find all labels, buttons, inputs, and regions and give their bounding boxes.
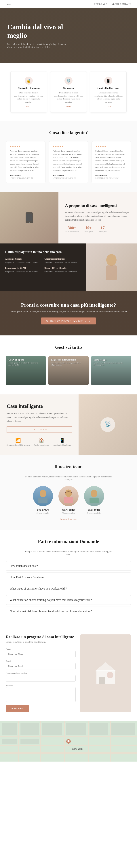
feature-link-3[interactable]: di più xyxy=(94,105,123,107)
testimonial-text-2: Proin sed libero enim sed faucibus turpi… xyxy=(53,150,85,172)
navbar: logo HOME PAGE ABOUT COMPANY xyxy=(0,0,137,8)
submit-button[interactable]: Invia ora xyxy=(6,705,29,712)
casa-left: Casa intelligente Sample text. Click to … xyxy=(0,395,79,455)
faq-list: How much does it cost? › How Fast Are Yo… xyxy=(6,561,131,616)
gestisci-title: Gestisci tutto xyxy=(6,345,131,350)
svg-rect-34 xyxy=(20,739,39,744)
faq-question-1: How much does it cost? xyxy=(10,564,38,567)
feature-card-2: 🛡️ Sicurezza Duis aute irure dolor in re… xyxy=(50,71,87,113)
casa-icon-2: 🏠 Gestite centralmente xyxy=(34,438,49,446)
faq-question-4: What education and/or training do you ha… xyxy=(10,598,92,601)
casa-illustration: 📡 xyxy=(99,415,117,434)
cta-section: Pronti a costruire una casa più intellig… xyxy=(0,291,137,335)
chevron-down-icon-3: › xyxy=(126,587,127,590)
feature-title-2: Sicurezza xyxy=(54,87,83,90)
nav-home[interactable]: HOME PAGE xyxy=(94,3,107,5)
stat-number-1: 300+ xyxy=(65,225,79,230)
nav-about[interactable]: ABOUT COMPANY xyxy=(111,3,131,5)
about-description: Proin sed libero enim, consectetur adipi… xyxy=(65,211,130,222)
feature-title-1: Controllo di accesso xyxy=(14,87,43,90)
name-field[interactable] xyxy=(6,651,76,657)
faq-section: Fatti e informazioni Domande Sample text… xyxy=(0,530,137,625)
casa-icon-label-3: Applicazioni intelligenti xyxy=(53,444,71,446)
stat-2: 10+ Lorem ipsum xyxy=(84,225,93,232)
testimonial-text-1: Proin sed libero enim sed faucibus turpi… xyxy=(10,150,42,172)
casa-section: Casa intelligente Sample text. Click to … xyxy=(0,395,137,455)
casa-button[interactable]: LEGGE DI PIÙ xyxy=(7,427,72,433)
faq-title: Fatti e informazioni Domande xyxy=(6,539,131,544)
team-title: Il nostro team xyxy=(6,464,131,469)
feature-link-2[interactable]: di più xyxy=(54,105,83,107)
hub-feature-2: Chromecast integrato Sample text. Click … xyxy=(44,257,81,264)
faq-item-2[interactable]: How Fast Are Your Services? › xyxy=(6,572,131,582)
gestisci-card-bg-2: Regolatore di temperatura Lorem ipsum do… xyxy=(48,356,88,385)
features-row: 🔒 Controllo di accesso Duis aute irure d… xyxy=(7,71,130,113)
chevron-down-icon-4: › xyxy=(126,598,127,601)
casa-icons-row: 📶 Si connette in mobilità wireless 🏠 Ges… xyxy=(7,438,72,446)
casa-right: 📡 xyxy=(79,395,137,455)
feature-link-1[interactable]: di più xyxy=(14,105,43,107)
faq-item-1[interactable]: How much does it cost? › xyxy=(6,561,131,571)
gestisci-section: Gestisci tutto CCTV all'aperto Lorem ips… xyxy=(0,335,137,395)
testimonial-2: ★★★★★ Proin sed libero enim sed faucibus… xyxy=(49,141,88,183)
faq-item-5[interactable]: Nunc sit amet nisl dolor. Integer iaculi… xyxy=(6,607,131,616)
gestisci-card-1: CCTV all'aperto Lorem ipsum dolor sit am… xyxy=(6,356,46,385)
cta-button[interactable]: OTTIENI UN PREVENTIVO GRATUITO xyxy=(41,317,96,324)
svg-text:New York: New York xyxy=(72,747,83,750)
svg-point-9 xyxy=(65,490,72,497)
casa-icon-label-1: Si connette in mobilità wireless xyxy=(7,444,30,446)
hub-feature-4: Display HD da 10 pollici Sample text. Cl… xyxy=(44,267,81,273)
map-svg: New York xyxy=(0,721,137,762)
stat-3: 17 Lorem ipsum xyxy=(98,225,107,232)
smart-home-illustration: 📡 xyxy=(93,659,119,688)
feature-desc-3: Duis aute irure dolor in reprehenderit i… xyxy=(94,91,123,103)
casa-title: Casa intelligente xyxy=(7,403,72,409)
team-link[interactable]: Incontra il tuo team xyxy=(6,518,131,521)
svg-marker-14 xyxy=(95,662,117,672)
svg-rect-27 xyxy=(2,723,17,735)
svg-rect-19 xyxy=(0,736,137,737)
feature-desc-2: Duis aute irure dolor in reprehenderit i… xyxy=(54,91,83,103)
svg-rect-21 xyxy=(0,752,137,754)
wifi-icon: 📶 xyxy=(7,438,30,443)
faq-item-4[interactable]: What education and/or training do you ha… xyxy=(6,595,131,605)
email-field[interactable] xyxy=(6,663,76,670)
message-label: Message xyxy=(6,684,76,686)
hero-section: Cambia dal vivo al meglio Lorem ipsum do… xyxy=(0,8,137,63)
stars-1: ★★★★★ xyxy=(10,145,42,148)
gestisci-card-bg-1: CCTV all'aperto Lorem ipsum dolor sit am… xyxy=(6,356,46,385)
feature-icon-3: 📱 xyxy=(104,76,112,85)
casa-icon-3: 📱 Applicazioni intelligenti xyxy=(53,438,71,446)
casa-description: Sample text. Click to select the Text El… xyxy=(7,412,72,423)
form-group-email: Email xyxy=(6,660,76,670)
svg-rect-31 xyxy=(90,723,108,735)
map-container: New York xyxy=(0,721,137,762)
map-section: New York xyxy=(0,721,137,762)
svg-rect-23 xyxy=(40,721,41,762)
svg-rect-33 xyxy=(2,739,17,744)
hero-content: Cambia dal vivo al meglio Lorem ipsum do… xyxy=(7,23,80,49)
features-section: 🔒 Controllo di accesso Duis aute irure d… xyxy=(0,63,137,121)
nav-logo: logo xyxy=(6,3,11,5)
hub-section: L'hub display tutto in uno della tua cas… xyxy=(0,244,137,291)
testimonials-title: Cosa dice la gente? xyxy=(6,130,131,135)
phone-field[interactable] xyxy=(6,675,76,682)
feature-icon-2: 🛡️ xyxy=(64,76,73,85)
hub-feature-3: Fotocamera da 6.5 MP Sample text. Click … xyxy=(5,267,41,273)
hub-feature-name-1: Assistente Google xyxy=(5,257,41,260)
woman-illustration xyxy=(100,249,122,286)
author-2: Nick Johnson xyxy=(53,174,85,177)
form-group-phone: Leave your phone number xyxy=(6,672,76,682)
faq-item-3[interactable]: What types of customers have you worked … xyxy=(6,584,131,593)
gestisci-grid: CCTV all'aperto Lorem ipsum dolor sit am… xyxy=(6,356,131,385)
hub-feature-name-3: Fotocamera da 6.5 MP xyxy=(5,267,41,270)
feature-card-3: 📱 Controllo di accesso Duis aute irure d… xyxy=(90,71,127,113)
date-3: LOREM DOLOR DEL IPSUM xyxy=(95,177,127,179)
hub-left: L'hub display tutto in uno della tua cas… xyxy=(0,244,86,291)
mary-avatar-svg xyxy=(62,489,75,503)
message-field[interactable] xyxy=(6,687,76,702)
svg-point-36 xyxy=(67,740,70,742)
hub-title: L'hub display tutto in uno della tua cas… xyxy=(5,250,81,254)
contact-subtitle: Sample text. Click to select the Text El… xyxy=(6,641,76,643)
hub-feature-desc-3: Sample text. Click to select the Text El… xyxy=(5,270,41,273)
